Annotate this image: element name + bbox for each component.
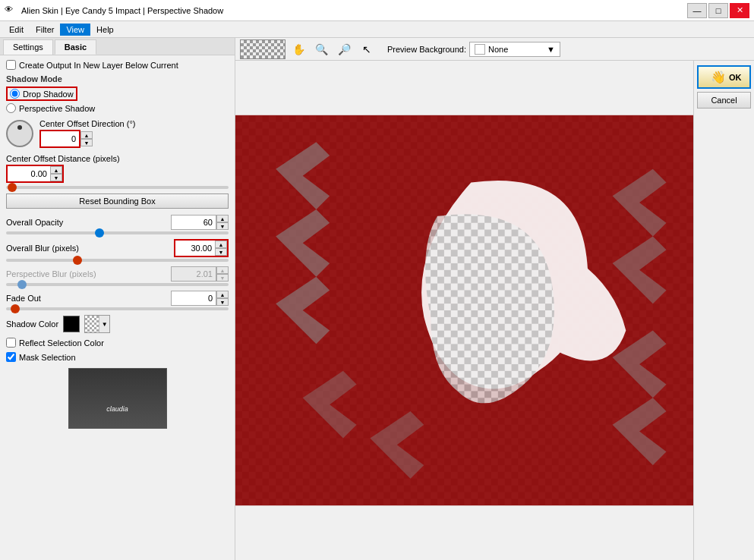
- maximize-button[interactable]: □: [708, 3, 728, 18]
- color-dropdown-arrow: ▼: [99, 316, 109, 332]
- tab-settings[interactable]: Settings: [3, 39, 53, 55]
- minimize-button[interactable]: —: [687, 3, 707, 18]
- thumb-text: claudia: [106, 405, 128, 413]
- compass-dot: [17, 125, 22, 130]
- ok-label: OK: [729, 73, 742, 82]
- app-icon: 👁: [5, 5, 17, 17]
- dist-spin-up[interactable]: ▲: [50, 166, 62, 174]
- opacity-spin-up[interactable]: ▲: [216, 215, 229, 222]
- overall-blur-slider-track: [6, 259, 229, 262]
- blur-spin: ▲ ▼: [215, 241, 227, 256]
- preview-bg-select[interactable]: None ▼: [469, 42, 560, 57]
- direction-control: Center Offset Direction (°) ▲ ▼: [6, 119, 229, 148]
- blur-spin-down[interactable]: ▼: [215, 248, 227, 256]
- fade-out-label: Fade Out: [6, 294, 41, 303]
- overall-opacity-label: Overall Opacity: [6, 218, 63, 227]
- drop-shadow-radio[interactable]: [10, 89, 20, 99]
- overall-opacity-field-group: ▲ ▼: [171, 215, 229, 230]
- menu-bar: Edit Filter View Help: [0, 21, 754, 38]
- overall-opacity-input[interactable]: [171, 215, 216, 230]
- center-offset-slider-thumb[interactable]: [8, 183, 17, 192]
- shadow-mode-label: Shadow Mode: [6, 74, 229, 83]
- drop-shadow-label: Drop Shadow: [23, 90, 74, 99]
- perspective-blur-field-group: ▲ ▼: [171, 266, 229, 282]
- overall-blur-field-group: ▲ ▼: [174, 239, 229, 257]
- reflect-selection-checkbox[interactable]: [6, 338, 16, 348]
- ok-button[interactable]: 👋 OK: [697, 65, 751, 89]
- overall-opacity-slider-thumb[interactable]: [95, 228, 104, 238]
- compass[interactable]: [6, 120, 33, 147]
- center-offset-dist-input[interactable]: [8, 166, 50, 181]
- zoom-out-button[interactable]: 🔎: [334, 40, 354, 58]
- preview-thumb: [240, 39, 286, 59]
- center-offset-dir-input[interactable]: [41, 131, 79, 146]
- menu-help[interactable]: Help: [90, 24, 120, 36]
- thumb-overlay: [69, 369, 166, 428]
- blur-border: ▲ ▼: [174, 239, 229, 257]
- app-layout: Settings Basic Create Output In New Laye…: [0, 38, 754, 560]
- title-bar-title: Alien Skin | Eye Candy 5 Impact | Perspe…: [21, 6, 687, 15]
- preview-toolbar: ✋ 🔍 🔎 ↖ Preview Background: None ▼: [235, 38, 754, 61]
- cancel-button[interactable]: Cancel: [697, 92, 751, 109]
- reflect-selection-row: Reflect Selection Color: [6, 338, 229, 348]
- overall-opacity-row: Overall Opacity ▲ ▼: [6, 215, 229, 230]
- fade-spin-up[interactable]: ▲: [216, 291, 229, 298]
- overall-opacity-slider-track: [6, 231, 229, 234]
- overall-blur-row: Overall Blur (pixels) ▲ ▼: [6, 239, 229, 257]
- shadow-color-swatch[interactable]: [63, 316, 80, 332]
- preview-thumb-bg: [241, 40, 285, 58]
- perspective-blur-input: [171, 266, 216, 282]
- hand-tool-button[interactable]: ✋: [289, 40, 308, 58]
- pointer-tool-button[interactable]: ↖: [357, 40, 377, 58]
- title-bar-controls: — □ ✕: [687, 3, 749, 18]
- persp-blur-spin: ▲ ▼: [216, 266, 229, 282]
- overall-blur-label: Overall Blur (pixels): [6, 244, 79, 253]
- drop-shadow-selected: Drop Shadow: [6, 87, 77, 101]
- color-grid-icon: [85, 316, 99, 332]
- close-button[interactable]: ✕: [730, 3, 749, 18]
- opacity-spin: ▲ ▼: [216, 215, 229, 230]
- preview-bg-label: Preview Background:: [387, 45, 466, 54]
- overall-blur-slider-thumb[interactable]: [73, 256, 82, 265]
- panel-content: Create Output In New Layer Below Current…: [0, 55, 235, 560]
- preview-bg-value: None: [488, 45, 508, 54]
- fade-out-row: Fade Out ▲ ▼: [6, 291, 229, 306]
- direction-field-border: [39, 130, 80, 148]
- reflect-selection-label: Reflect Selection Color: [19, 338, 104, 348]
- create-output-checkbox[interactable]: [6, 60, 16, 70]
- direction-spin-down[interactable]: ▼: [80, 139, 93, 146]
- fade-out-input[interactable]: [171, 291, 216, 306]
- center-offset-dir-label: Center Offset Direction (°): [39, 119, 229, 128]
- fade-out-slider-thumb[interactable]: [11, 304, 20, 313]
- perspective-blur-slider-track: [6, 283, 229, 286]
- dist-border: ▲ ▼: [6, 165, 64, 183]
- ok-hand-icon: 👋: [711, 70, 726, 84]
- center-offset-slider-track: [6, 186, 229, 189]
- mask-selection-checkbox[interactable]: [6, 352, 16, 362]
- shadow-color-row: Shadow Color ▼: [6, 315, 229, 333]
- fade-spin-down[interactable]: ▼: [216, 298, 229, 306]
- direction-fields: Center Offset Direction (°) ▲ ▼: [39, 119, 229, 148]
- zoom-in-button[interactable]: 🔍: [311, 40, 331, 58]
- create-output-row: Create Output In New Layer Below Current: [6, 60, 229, 70]
- direction-spin-up[interactable]: ▲: [80, 131, 93, 139]
- fade-out-field-group: ▲ ▼: [171, 291, 229, 306]
- mask-selection-label: Mask Selection: [19, 353, 76, 362]
- preview-area: [235, 61, 693, 560]
- dist-spin-down[interactable]: ▼: [50, 174, 62, 181]
- menu-view[interactable]: View: [60, 24, 90, 36]
- menu-edit[interactable]: Edit: [3, 24, 30, 36]
- preview-container: ✋ 🔍 🔎 ↖ Preview Background: None ▼: [235, 38, 754, 560]
- overall-blur-input[interactable]: [175, 241, 215, 256]
- bg-select-arrow: ▼: [547, 45, 555, 54]
- center-offset-dist-row: Center Offset Distance (pixels) ▲ ▼: [6, 154, 229, 189]
- color-picker-button[interactable]: ▼: [84, 315, 110, 333]
- perspective-shadow-radio[interactable]: [6, 103, 16, 113]
- reset-bounding-box-button[interactable]: Reset Bounding Box: [6, 193, 229, 209]
- center-offset-dist-label: Center Offset Distance (pixels): [6, 154, 229, 163]
- perspective-blur-row: Perspective Blur (pixels) ▲ ▼: [6, 266, 229, 282]
- opacity-spin-down[interactable]: ▼: [216, 222, 229, 230]
- blur-spin-up[interactable]: ▲: [215, 241, 227, 248]
- tab-basic[interactable]: Basic: [55, 39, 96, 55]
- menu-filter[interactable]: Filter: [30, 24, 60, 36]
